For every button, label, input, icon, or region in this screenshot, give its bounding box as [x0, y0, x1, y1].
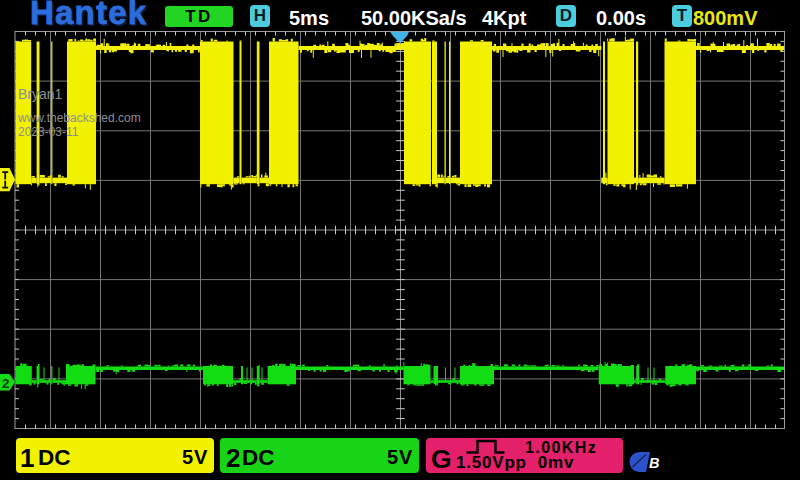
- svg-text:B: B: [649, 455, 659, 471]
- svg-text:2: 2: [2, 376, 10, 391]
